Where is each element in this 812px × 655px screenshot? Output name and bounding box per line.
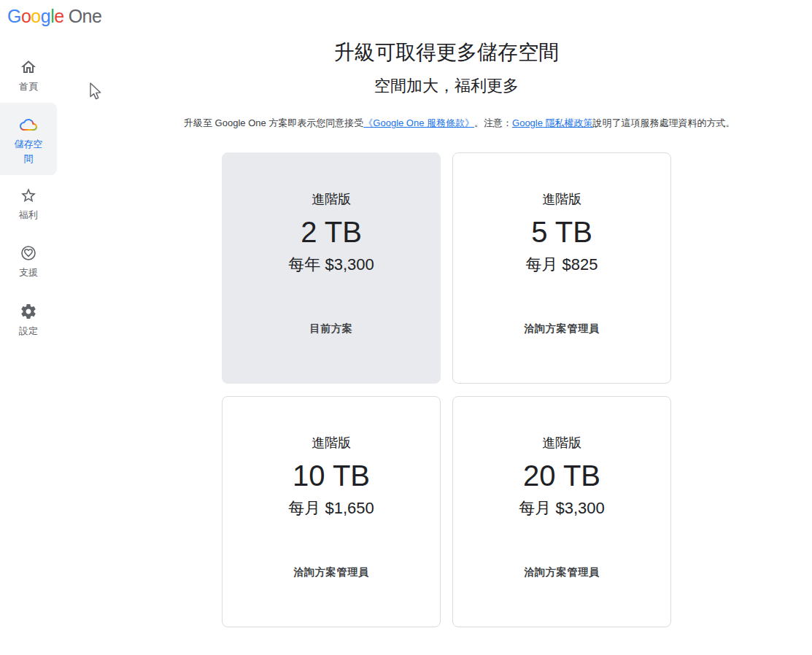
page-subtitle: 空間加大，福利更多 [184,74,709,98]
plan-size: 10 TB [223,457,440,495]
plan-price: 每年 $3,300 [223,254,440,276]
terms-disclaimer: 升級至 Google One 方案即表示您同意接受《Google One 服務條… [184,117,709,130]
contact-admin-label: 洽詢方案管理員 [453,321,670,336]
support-heart-icon [20,244,37,262]
settings-gear-icon [20,303,37,320]
logo-product-name: One [69,6,102,26]
sidebar-item-label: 儲存空間 [12,137,45,166]
home-icon [20,58,37,76]
disclaimer-text: 說明了這項服務處理資料的方式。 [593,117,735,128]
sidebar-item-label: 設定 [0,324,57,338]
plan-tier: 進階版 [453,190,670,209]
sidebar-item-support[interactable]: 支援 [0,243,57,284]
sidebar-item-benefits[interactable]: 福利 [0,185,57,226]
sidebar-item-label: 首頁 [0,80,57,94]
mouse-cursor [89,82,103,104]
plan-grid: 進階版 2 TB 每年 $3,300 目前方案 進階版 5 TB 每月 $825… [222,152,671,627]
page-title: 升級可取得更多儲存空間 [184,38,709,67]
plan-price: 每月 $1,650 [223,497,440,519]
plan-card-5tb: 進階版 5 TB 每月 $825 洽詢方案管理員 [452,152,671,384]
plan-tier: 進階版 [223,433,440,452]
contact-admin-label: 洽詢方案管理員 [453,565,670,579]
privacy-policy-link[interactable]: Google 隱私權政策 [512,117,593,128]
plan-card-10tb: 進階版 10 TB 每月 $1,650 洽詢方案管理員 [222,396,441,627]
contact-admin-label: 洽詢方案管理員 [223,565,440,579]
star-icon [20,187,37,204]
sidebar-item-settings[interactable]: 設定 [0,301,57,342]
sidebar-item-home[interactable]: 首頁 [0,57,57,98]
plan-price: 每月 $825 [453,254,670,276]
plan-tier: 進階版 [223,190,440,209]
plan-size: 2 TB [223,213,440,251]
current-plan-label: 目前方案 [223,321,440,336]
plan-card-20tb: 進階版 20 TB 每月 $3,300 洽詢方案管理員 [452,396,671,627]
plan-tier: 進階版 [453,433,670,452]
terms-of-service-link[interactable]: 《Google One 服務條款》 [363,117,474,128]
disclaimer-text: 升級至 Google One 方案即表示您同意接受 [184,117,363,128]
main-content: 升級可取得更多儲存空間 空間加大，福利更多 升級至 Google One 方案即… [184,32,709,627]
storage-cloud-icon [20,116,37,133]
plan-price: 每月 $3,300 [453,497,670,519]
plan-size: 5 TB [453,213,670,251]
sidebar: 首頁 儲存空間 [0,0,57,655]
sidebar-item-label: 支援 [0,266,57,280]
plan-card-2tb: 進階版 2 TB 每年 $3,300 目前方案 [222,152,441,384]
disclaimer-text: 。注意： [474,117,512,128]
sidebar-item-storage[interactable]: 儲存空間 [0,103,57,175]
sidebar-item-label: 福利 [0,208,57,222]
plan-size: 20 TB [453,457,670,495]
